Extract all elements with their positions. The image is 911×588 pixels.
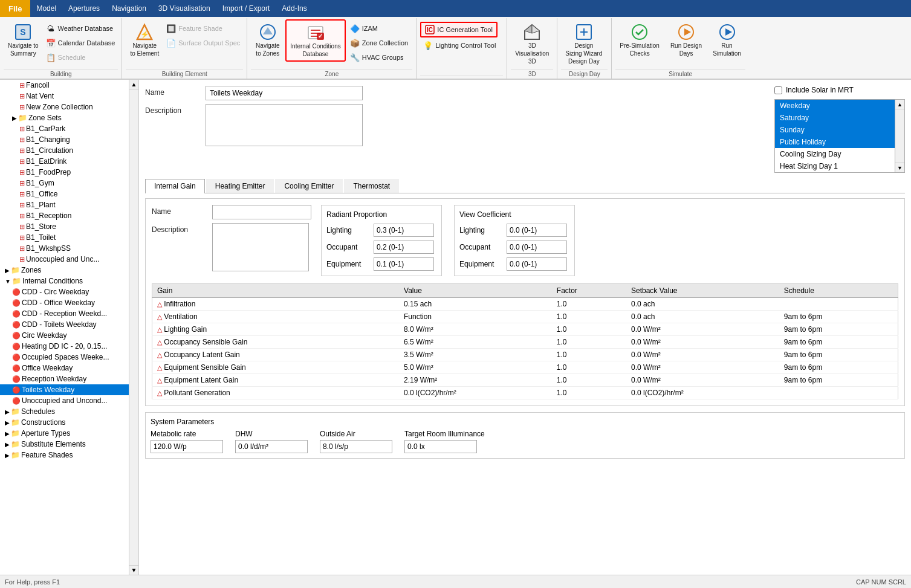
weather-database-btn[interactable]: 🌤 Weather Database	[43, 22, 118, 35]
sidebar-scroll-up[interactable]: ▲	[129, 80, 138, 89]
sidebar-item-fancoil[interactable]: ⊞ Fancoil	[0, 80, 129, 91]
menu-model[interactable]: Model	[30, 0, 62, 17]
navigate-to-zones-btn[interactable]: Navigateto Zones	[251, 19, 284, 60]
sidebar-item-feature-shades[interactable]: ▶ 📁 Feature Shades	[0, 450, 129, 460]
tab-internal-gain[interactable]: Internal Gain	[145, 179, 205, 193]
sidebar-item-unoccupied-zone[interactable]: ⊞ Unoccupied and Unc...	[0, 254, 129, 265]
table-row[interactable]: △ Occupancy Sensible Gain 6.5 W/m² 1.0 0…	[152, 336, 898, 349]
sidebar-item-constructions[interactable]: ▶ 📁 Constructions	[0, 417, 129, 428]
run-simulation-btn[interactable]: RunSimulation	[708, 19, 745, 60]
sidebar-item-b1-office[interactable]: ⊞ B1_Office	[0, 189, 129, 199]
pre-simulation-checks-btn[interactable]: Pre-SimulationChecks	[615, 19, 664, 60]
menu-apertures[interactable]: Apertures	[62, 0, 106, 17]
sidebar-scroll-down[interactable]: ▼	[129, 565, 138, 575]
izam-btn[interactable]: 🔷 IZAM	[347, 22, 411, 35]
schedule-btn[interactable]: 📋 Schedule	[43, 51, 118, 64]
sidebar-item-occupied[interactable]: 🔴 Occupied Spaces Weeke...	[0, 352, 129, 363]
sidebar-item-circ-weekday[interactable]: 🔴 Circ Weekday	[0, 330, 129, 341]
table-row[interactable]: △ Pollutant Generation 0.0 l(CO2)/hr/m² …	[152, 387, 898, 399]
table-row[interactable]: △ Infiltration 0.15 ach 1.0 0.0 ach	[152, 298, 898, 311]
include-solar-checkbox[interactable]	[774, 86, 782, 94]
navigate-to-summary-btn[interactable]: S Navigate toSummary	[4, 19, 43, 60]
target-illuminance-input[interactable]	[404, 440, 477, 453]
schedule-public-holiday[interactable]: Public Holiday	[775, 136, 895, 148]
sidebar-item-aperture-types[interactable]: ▶ 📁 Aperture Types	[0, 428, 129, 439]
metabolic-rate-input[interactable]	[151, 440, 223, 453]
menu-add-ins[interactable]: Add-Ins	[276, 0, 313, 17]
lighting-control-tool-btn[interactable]: 💡 Lighting Control Tool	[420, 39, 499, 52]
tab-heating-emitter[interactable]: Heating Emitter	[206, 179, 274, 193]
sidebar-item-b1-circulation[interactable]: ⊞ B1_Circulation	[0, 145, 129, 156]
sidebar-item-cdd-toilets[interactable]: 🔴 CDD - Toilets Weekday	[0, 319, 129, 330]
radiant-occupant-input[interactable]	[374, 241, 434, 254]
sidebar-item-b1-wkshpss[interactable]: ⊞ B1_WkshpSS	[0, 243, 129, 254]
table-row[interactable]: △ Occupancy Latent Gain 3.5 W/m² 1.0 0.0…	[152, 349, 898, 361]
name-row: Name	[145, 86, 744, 100]
b1-reception-label: B1_Reception	[26, 212, 71, 220]
schedule-heat-sizing[interactable]: Heat Sizing Day 1	[775, 160, 895, 172]
outside-air-input[interactable]	[320, 440, 392, 453]
menu-3d-visualisation[interactable]: 3D Visualisation	[152, 0, 216, 17]
sidebar-item-substitute-elements[interactable]: ▶ 📁 Substitute Elements	[0, 439, 129, 450]
sidebar-item-internal-conditions[interactable]: ▼ 📁 Internal Conditions	[0, 276, 129, 286]
sidebar-item-zone-sets[interactable]: ▶ 📁 Zone Sets	[0, 112, 129, 123]
hvac-groups-btn[interactable]: 🔧 HVAC Groups	[347, 51, 411, 64]
schedule-scroll-up[interactable]: ▲	[895, 100, 904, 109]
zone-collection-btn[interactable]: 📦 Zone Collection	[347, 36, 411, 50]
sidebar-item-b1-carpark[interactable]: ⊞ B1_CarPark	[0, 123, 129, 134]
tab-thermostat[interactable]: Thermostat	[344, 179, 399, 193]
menu-import-export[interactable]: Import / Export	[216, 0, 276, 17]
schedule-sunday[interactable]: Sunday	[775, 124, 895, 136]
design-sizing-wizard-btn[interactable]: DesignSizing WizardDesign Day	[561, 19, 606, 68]
table-row[interactable]: △ Equipment Latent Gain 2.19 W/m² 1.0 0.…	[152, 374, 898, 387]
sidebar-item-unoccupied-ic[interactable]: 🔴 Unoccupied and Uncond...	[0, 395, 129, 406]
sidebar-item-b1-plant[interactable]: ⊞ B1_Plant	[0, 199, 129, 210]
sidebar-item-b1-store[interactable]: ⊞ B1_Store	[0, 221, 129, 232]
calendar-database-btn[interactable]: 📅 Calendar Database	[43, 36, 118, 50]
sidebar-item-cdd-office[interactable]: 🔴 CDD - Office Weekday	[0, 297, 129, 308]
dhw-input[interactable]	[235, 440, 308, 453]
internal-conditions-database-btn[interactable]: ✓ Internal ConditionsDatabase	[285, 19, 345, 62]
tab-cooling-emitter[interactable]: Cooling Emitter	[275, 179, 343, 193]
schedule-weekday[interactable]: Weekday	[775, 100, 895, 112]
description-textarea[interactable]	[206, 104, 363, 146]
sidebar-item-zones[interactable]: ▶ 📁 Zones	[0, 265, 129, 276]
name-input[interactable]	[206, 86, 363, 100]
schedule-scroll-down[interactable]: ▼	[895, 163, 904, 172]
sidebar-item-office-weekday[interactable]: 🔴 Office Weekday	[0, 363, 129, 373]
menu-file[interactable]: File	[0, 0, 30, 17]
schedule-saturday[interactable]: Saturday	[775, 112, 895, 124]
ic-generation-tool-btn[interactable]: IC IC Generation Tool	[420, 22, 498, 37]
sidebar-item-new-zone[interactable]: ⊞ New Zone Collection	[0, 102, 129, 112]
sidebar-item-b1-foodprep[interactable]: ⊞ B1_FoodPrep	[0, 167, 129, 178]
schedule-cooling-sizing[interactable]: Cooling Sizing Day	[775, 148, 895, 160]
sidebar-item-b1-changing[interactable]: ⊞ B1_Changing	[0, 134, 129, 145]
sidebar-item-b1-reception[interactable]: ⊞ B1_Reception	[0, 210, 129, 221]
sidebar-item-cdd-reception[interactable]: 🔴 CDD - Reception Weekd...	[0, 308, 129, 319]
sidebar-item-heating-dd[interactable]: 🔴 Heating DD IC - 20, 0.15...	[0, 341, 129, 352]
view-equipment-input[interactable]	[507, 257, 567, 271]
navigate-to-element-btn[interactable]: ⚡ Navigateto Element	[126, 19, 163, 60]
sidebar-item-cdd-circ[interactable]: 🔴 CDD - Circ Weekday	[0, 286, 129, 297]
gain-desc-textarea[interactable]	[212, 223, 309, 271]
sidebar-item-b1-toilet[interactable]: ⊞ B1_Toilet	[0, 232, 129, 243]
sidebar-item-reception-weekday[interactable]: 🔴 Reception Weekday	[0, 373, 129, 384]
sidebar-item-toilets-weekday[interactable]: 🔴 Toilets Weekday	[0, 384, 129, 395]
table-row[interactable]: △ Lighting Gain 8.0 W/m² 1.0 0.0 W/m² 9a…	[152, 323, 898, 336]
run-design-days-btn[interactable]: Run DesignDays	[666, 19, 706, 60]
3d-visualisation-btn[interactable]: 3DVisualisation3D	[511, 19, 553, 68]
radiant-lighting-input[interactable]	[374, 224, 434, 237]
gain-name-input[interactable]	[212, 205, 311, 219]
view-lighting-input[interactable]	[507, 224, 567, 237]
view-occupant-input[interactable]	[507, 241, 567, 254]
sidebar-item-b1-eatdrink[interactable]: ⊞ B1_EatDrink	[0, 156, 129, 167]
radiant-equipment-input[interactable]	[374, 257, 434, 271]
feature-shade-btn[interactable]: 🔲 Feature Shade	[163, 22, 243, 35]
table-row[interactable]: △ Ventilation Function 1.0 0.0 ach 9am t…	[152, 311, 898, 323]
menu-navigation[interactable]: Navigation	[106, 0, 152, 17]
sidebar-item-nat-vent[interactable]: ⊞ Nat Vent	[0, 91, 129, 102]
table-row[interactable]: △ Equipment Sensible Gain 5.0 W/m² 1.0 0…	[152, 361, 898, 374]
sidebar-item-b1-gym[interactable]: ⊞ B1_Gym	[0, 178, 129, 189]
sidebar-item-schedules[interactable]: ▶ 📁 Schedules	[0, 406, 129, 417]
surface-output-spec-btn[interactable]: 📄 Surface Output Spec	[163, 36, 243, 50]
